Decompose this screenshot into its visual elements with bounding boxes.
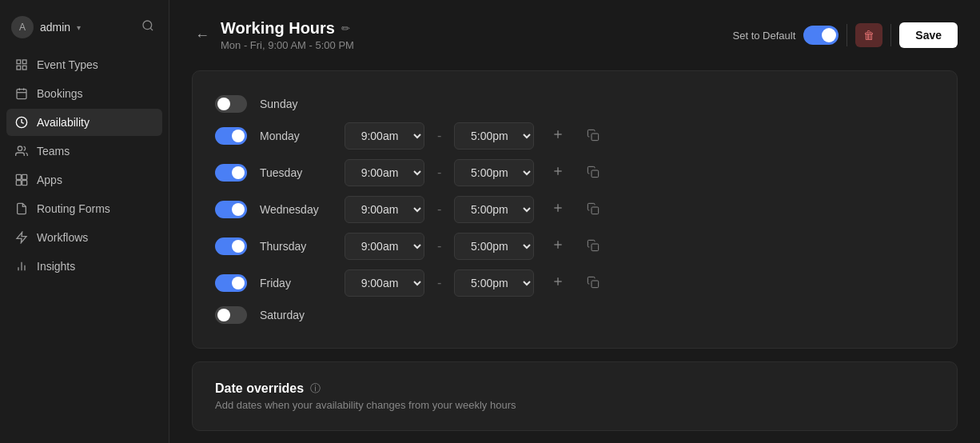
- file-icon: [14, 202, 29, 215]
- set-default-label: Set to Default: [733, 30, 796, 42]
- time-separator: -: [437, 129, 441, 143]
- delete-button[interactable]: 🗑: [855, 23, 882, 47]
- plus-icon: [552, 275, 564, 288]
- tuesday-toggle[interactable]: [215, 164, 247, 182]
- header-left: ← Working Hours ✏ Mon - Fri, 9:00 AM - 5…: [192, 19, 354, 51]
- svg-rect-4: [17, 66, 21, 70]
- monday-start-time[interactable]: 9:00am: [345, 122, 424, 150]
- svg-rect-31: [592, 244, 599, 251]
- plus-icon: [552, 202, 564, 214]
- wednesday-add-slot-button[interactable]: [547, 198, 569, 222]
- copy-icon: [587, 166, 600, 178]
- monday-label: Monday: [260, 130, 332, 142]
- svg-rect-34: [592, 281, 599, 288]
- tuesday-label: Tuesday: [260, 166, 332, 179]
- sidebar-item-routing-forms[interactable]: Routing Forms: [6, 195, 162, 222]
- svg-point-11: [18, 146, 22, 150]
- avatar: A: [11, 16, 34, 38]
- monday-add-slot-button[interactable]: [547, 125, 569, 148]
- copy-icon: [587, 202, 600, 215]
- plus-icon: [552, 238, 564, 251]
- svg-rect-25: [592, 170, 599, 178]
- page-subtitle: Mon - Fri, 9:00 AM - 5:00 PM: [221, 39, 354, 51]
- thursday-copy-button[interactable]: [582, 236, 604, 257]
- saturday-label: Saturday: [260, 309, 332, 321]
- friday-toggle[interactable]: [215, 274, 247, 292]
- overrides-subtitle: Add dates when your availability changes…: [215, 399, 934, 411]
- plus-icon: [552, 128, 564, 141]
- day-row-wednesday: Wednesday9:00am-5:00pm: [215, 191, 934, 228]
- sidebar-item-label: Routing Forms: [37, 202, 110, 215]
- monday-end-time[interactable]: 5:00pm: [454, 122, 534, 150]
- sidebar-item-apps[interactable]: Apps: [6, 166, 162, 194]
- thursday-add-slot-button[interactable]: [547, 235, 569, 258]
- friday-start-time[interactable]: 9:00am: [345, 269, 424, 297]
- chevron-down-icon: ▾: [77, 23, 81, 32]
- info-icon: ⓘ: [310, 381, 321, 396]
- thursday-start-time[interactable]: 9:00am: [345, 233, 424, 260]
- zap-icon: [14, 231, 29, 244]
- wednesday-label: Wednesday: [260, 203, 332, 216]
- svg-line-1: [150, 28, 153, 30]
- sidebar-item-insights[interactable]: Insights: [6, 253, 162, 280]
- sidebar-item-label: Availability: [37, 116, 90, 129]
- sidebar-item-teams[interactable]: Teams: [6, 138, 162, 165]
- sidebar-nav: Event Types Bookings Availability Teams …: [0, 51, 169, 280]
- edit-icon[interactable]: ✏: [341, 22, 350, 34]
- time-separator: -: [437, 166, 441, 180]
- thursday-toggle[interactable]: [215, 237, 247, 255]
- sidebar-item-bookings[interactable]: Bookings: [6, 80, 162, 107]
- sidebar-item-event-types[interactable]: Event Types: [6, 51, 162, 78]
- main-content: ← Working Hours ✏ Mon - Fri, 9:00 AM - 5…: [169, 0, 980, 443]
- svg-rect-13: [22, 174, 27, 179]
- username-label: admin: [40, 21, 70, 34]
- thursday-end-time[interactable]: 5:00pm: [454, 233, 534, 260]
- tuesday-copy-button[interactable]: [582, 162, 604, 184]
- sidebar-item-availability[interactable]: Availability: [6, 109, 162, 136]
- day-row-sunday: Sunday: [215, 90, 934, 118]
- sunday-toggle[interactable]: [215, 95, 247, 113]
- search-icon: [141, 19, 154, 32]
- wednesday-end-time[interactable]: 5:00pm: [454, 196, 534, 223]
- date-overrides-card: Date overrides ⓘ Add dates when your ava…: [192, 361, 958, 431]
- svg-rect-6: [17, 90, 26, 99]
- page-title-row: Working Hours ✏: [221, 19, 354, 38]
- sidebar-item-workflows[interactable]: Workflows: [6, 224, 162, 251]
- user-menu[interactable]: A admin ▾: [11, 16, 81, 38]
- sidebar-header: A admin ▾: [0, 10, 169, 51]
- tuesday-add-slot-button[interactable]: [547, 162, 569, 185]
- friday-label: Friday: [260, 277, 332, 289]
- tuesday-end-time[interactable]: 5:00pm: [454, 159, 534, 186]
- copy-icon: [587, 239, 600, 252]
- wednesday-toggle[interactable]: [215, 201, 247, 218]
- copy-icon: [587, 129, 600, 142]
- monday-toggle[interactable]: [215, 127, 247, 145]
- monday-copy-button[interactable]: [582, 126, 604, 147]
- svg-point-0: [143, 21, 152, 30]
- svg-rect-3: [22, 60, 26, 64]
- svg-rect-14: [16, 181, 21, 186]
- sunday-label: Sunday: [260, 98, 332, 110]
- overrides-title-row: Date overrides ⓘ: [215, 381, 934, 396]
- search-button[interactable]: [138, 16, 157, 38]
- save-button[interactable]: Save: [899, 22, 958, 48]
- svg-rect-12: [16, 174, 21, 179]
- time-separator: -: [437, 202, 441, 217]
- friday-copy-button[interactable]: [582, 273, 604, 294]
- friday-add-slot-button[interactable]: [547, 272, 569, 295]
- set-default-toggle[interactable]: [803, 26, 839, 45]
- friday-end-time[interactable]: 5:00pm: [454, 269, 534, 297]
- sidebar-item-label: Bookings: [37, 87, 83, 100]
- page-title-group: Working Hours ✏ Mon - Fri, 9:00 AM - 5:0…: [221, 19, 354, 51]
- wednesday-copy-button[interactable]: [582, 199, 604, 221]
- page-title: Working Hours: [221, 19, 335, 38]
- wednesday-start-time[interactable]: 9:00am: [345, 196, 424, 223]
- saturday-toggle[interactable]: [215, 306, 247, 324]
- svg-rect-2: [17, 60, 21, 64]
- svg-rect-22: [592, 134, 599, 141]
- page-header: ← Working Hours ✏ Mon - Fri, 9:00 AM - 5…: [192, 19, 958, 51]
- calendar-icon: [14, 87, 29, 100]
- day-row-saturday: Saturday: [215, 301, 934, 329]
- tuesday-start-time[interactable]: 9:00am: [345, 159, 424, 186]
- back-button[interactable]: ←: [192, 24, 213, 47]
